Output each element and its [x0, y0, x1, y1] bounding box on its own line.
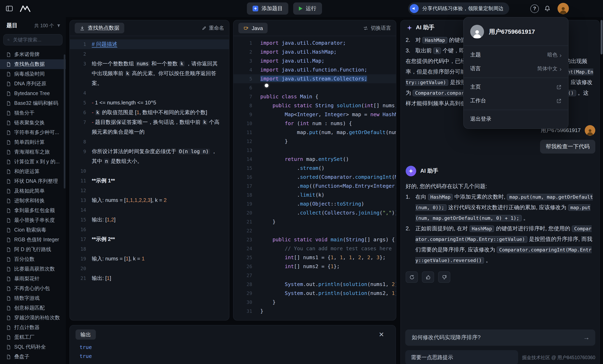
- code-line[interactable]: 28 System.out.println(solution(nums1, 2)…: [233, 280, 396, 289]
- description-line[interactable]: 20: [70, 264, 229, 273]
- sidebar-item[interactable]: 比赛最高获胜次数: [0, 264, 66, 274]
- sidebar-item[interactable]: Base32 编码和解码: [0, 98, 66, 108]
- code-line[interactable]: 20 .collect(Collectors.joining(","));: [233, 208, 396, 217]
- sidebar-item[interactable]: 打点计数器: [0, 323, 66, 332]
- sidebar-item[interactable]: 多米诺骨牌: [0, 49, 66, 59]
- bell-icon[interactable]: [544, 5, 551, 12]
- send-arrow-icon[interactable]: →: [583, 334, 590, 341]
- sidebar-item[interactable]: 链表聚集交换: [0, 118, 66, 128]
- sidebar-item[interactable]: 和的逆运算: [0, 166, 66, 176]
- language-tab[interactable]: Java: [238, 23, 268, 33]
- code-line[interactable]: 14 return map.entrySet(): [233, 155, 396, 164]
- description-line[interactable]: 19输入: nums = [1], k = 1: [70, 254, 229, 264]
- sidebar-item[interactable]: 拿到最多红包金额: [0, 206, 66, 215]
- code-line[interactable]: 9 Map<Integer, Integer> map = new HashMa…: [233, 110, 396, 119]
- add-problem-button[interactable]: + 添加题目: [247, 2, 288, 15]
- switch-language-button[interactable]: 切换语言: [363, 24, 391, 32]
- code-line[interactable]: 16 .sorted(Comparator.comparingInt(Map.E…: [233, 173, 396, 182]
- description-line[interactable]: 21输出: [1]: [70, 273, 229, 283]
- menu-item-workspace[interactable]: 工作台: [464, 94, 568, 108]
- description-line[interactable]: 9你所设计算法的时间复杂度必须优于 O(n log n) ，其中 n 是数组大小…: [70, 147, 229, 166]
- sidebar-item[interactable]: 青海湖租车之旅: [0, 147, 66, 157]
- filter-icon[interactable]: [57, 23, 61, 28]
- sidebar-scrollbar[interactable]: [64, 54, 65, 188]
- code-line[interactable]: 1import java.util.Comparator;: [233, 39, 396, 47]
- sidebar-item[interactable]: 查找热点数据: [0, 59, 66, 69]
- sidebar-toggle-icon[interactable]: [6, 5, 13, 12]
- rename-button[interactable]: 重命名: [202, 24, 224, 32]
- sidebar-item[interactable]: 不再贪心的小包: [0, 283, 66, 293]
- code-line[interactable]: 7public class Main {: [233, 92, 396, 101]
- code-line[interactable]: 31}: [233, 307, 396, 316]
- code-line[interactable]: 24 // You can add more test cases here: [233, 244, 396, 253]
- description-line[interactable]: 13输入: nums = [1,1,1,2,2,3], k = 2: [70, 195, 229, 205]
- sidebar-item[interactable]: 阿 D 的飞行路线: [0, 245, 66, 254]
- description-line[interactable]: 14: [70, 205, 229, 215]
- sidebar-item[interactable]: Cion 勒索病毒: [0, 225, 66, 235]
- code-line[interactable]: 17 .map((Function<Map.Entry<Integer, Int…: [233, 182, 396, 190]
- sidebar-search[interactable]: [3, 34, 63, 46]
- ai-scrollbar[interactable]: [601, 20, 603, 54]
- menu-item-logout[interactable]: 退出登录: [464, 112, 568, 126]
- description-line[interactable]: 11**示例 1**: [70, 176, 229, 186]
- regenerate-button[interactable]: [406, 271, 418, 283]
- sidebar-item[interactable]: 穿越沙漠的补给次数: [0, 313, 66, 323]
- code-line[interactable]: 12 }: [233, 137, 396, 146]
- description-line[interactable]: 4: [70, 88, 229, 98]
- sidebar-item[interactable]: 计算位置 x 到 y 的...: [0, 157, 66, 166]
- code-line[interactable]: 29 System.out.println(solution(nums2, 1)…: [233, 289, 396, 298]
- sidebar-item[interactable]: 猜数字游戏: [0, 293, 66, 303]
- sidebar-item[interactable]: 百分位数: [0, 254, 66, 264]
- code-line[interactable]: 25 int[] nums1 = {1, 1, 1, 2, 2, 3};: [233, 253, 396, 262]
- share-banner[interactable]: 分享代码练习体验，领限量定制周边: [408, 2, 509, 15]
- description-line[interactable]: 10: [70, 166, 229, 176]
- code-line[interactable]: 15 .stream(): [233, 164, 396, 173]
- description-line[interactable]: 1# 问题描述: [70, 39, 229, 49]
- sidebar-item[interactable]: 创意标题匹配: [0, 303, 66, 313]
- code-line[interactable]: 21 }: [233, 217, 396, 226]
- code-line[interactable]: 11 map.put(num, map.getOrDefault(num, 0)…: [233, 128, 396, 137]
- description-line[interactable]: 7- 题目数据保证答案唯一，换句话说，数组中前 k 个高频元素的集合是唯一的: [70, 117, 229, 137]
- code-line[interactable]: 23 public static void main(String[] args…: [233, 235, 396, 244]
- code-line[interactable]: 6: [233, 83, 396, 92]
- code-line[interactable]: 13: [233, 146, 396, 155]
- app-logo-icon[interactable]: [20, 5, 31, 12]
- description-body[interactable]: 1# 问题描述23给你一个整数数组 nums 和一个整数 k ，请你返回其中出现…: [70, 36, 229, 283]
- code-line[interactable]: 4import java.util.function.Function;: [233, 65, 396, 74]
- code-line[interactable]: 27: [233, 271, 396, 280]
- code-line[interactable]: 3import java.util.Map;: [233, 57, 396, 65]
- code-line[interactable]: 18 .limit(k): [233, 190, 396, 200]
- sidebar-item[interactable]: 简单四则计算: [0, 137, 66, 147]
- sidebar-item[interactable]: 病毒感染时间: [0, 69, 66, 79]
- description-line[interactable]: 3给你一个整数数组 nums 和一个整数 k ，请你返回其中出现频率前 k 高的…: [70, 59, 229, 88]
- code-line[interactable]: 30 }: [233, 298, 396, 307]
- code-line[interactable]: 26 int[] nums2 = {1};: [233, 262, 396, 271]
- thumbs-up-button[interactable]: [422, 271, 434, 283]
- sidebar-item[interactable]: 暴雨梨花针: [0, 274, 66, 283]
- description-line[interactable]: 18: [70, 244, 229, 254]
- code-body[interactable]: 1import java.util.Comparator;2import jav…: [233, 36, 396, 316]
- description-line[interactable]: 8: [70, 137, 229, 147]
- sidebar-item[interactable]: 蛋糕工厂: [0, 332, 66, 342]
- problem-title-tab[interactable]: 查找热点数据: [75, 23, 124, 33]
- description-line[interactable]: 17**示例 2**: [70, 235, 229, 244]
- menu-item-home[interactable]: 主页: [464, 80, 568, 94]
- hint-suggestion[interactable]: 需要一点思路提示: [405, 350, 518, 364]
- help-icon[interactable]: ?: [530, 4, 539, 13]
- sidebar-item[interactable]: 最小替换子串长度: [0, 215, 66, 225]
- sidebar-item[interactable]: RGB 色值转 Integer: [0, 235, 66, 245]
- close-icon[interactable]: ✕: [379, 331, 384, 338]
- sidebar-item[interactable]: 猫鱼分干: [0, 108, 66, 118]
- sidebar-item[interactable]: 字符串有多少种可...: [0, 128, 66, 137]
- description-line[interactable]: 2: [70, 49, 229, 59]
- code-line[interactable]: 5import java.util.stream.Collectors;: [233, 74, 396, 83]
- sidebar-item[interactable]: SQL 代码补全: [0, 342, 66, 352]
- sidebar-item[interactable]: 叠盘子: [0, 352, 66, 362]
- sidebar-item[interactable]: 进制求和转换: [0, 196, 66, 206]
- code-line[interactable]: 10 for (int num : nums) {: [233, 119, 396, 128]
- description-line[interactable]: 12: [70, 186, 229, 195]
- ai-question-input[interactable]: [411, 334, 579, 341]
- description-line[interactable]: 16: [70, 225, 229, 235]
- sidebar-item[interactable]: Bytedance Tree: [0, 89, 66, 98]
- description-line[interactable]: 15输出: [1,2]: [70, 215, 229, 225]
